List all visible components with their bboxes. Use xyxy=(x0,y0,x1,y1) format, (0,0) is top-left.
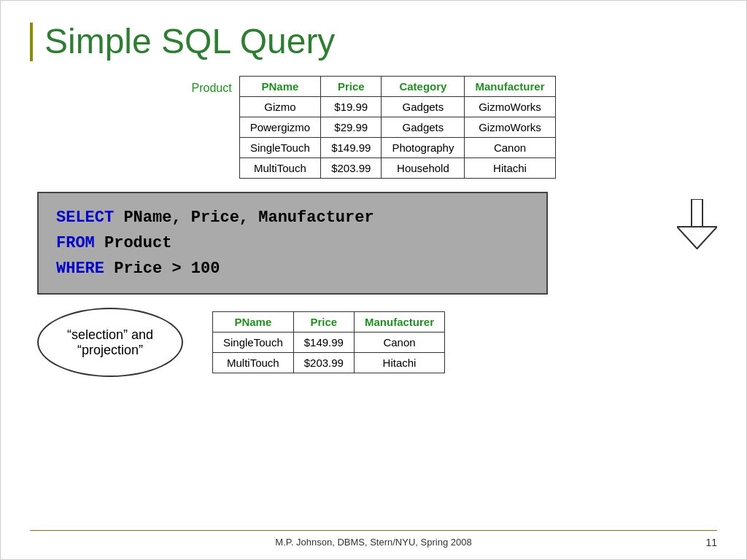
top-section: Product PName Price Category Manufacture… xyxy=(30,76,717,179)
cell-pname: Powergizmo xyxy=(239,117,321,137)
cell-category: Gadgets xyxy=(382,117,465,137)
sql-line-3: WHERE Price > 100 xyxy=(56,256,529,281)
col-manufacturer: Manufacturer xyxy=(465,76,555,96)
cell-manufacturer: GizmoWorks xyxy=(465,117,555,137)
cell-price: $19.99 xyxy=(321,96,382,117)
table-row: MultiTouch $203.99 Hitachi xyxy=(213,353,445,373)
svg-rect-0 xyxy=(692,199,703,228)
table-row: Gizmo $19.99 Gadgets GizmoWorks xyxy=(239,96,555,117)
slide-title: Simple SQL Query xyxy=(44,23,717,61)
oval-text: “selection” and “projection” xyxy=(46,327,174,358)
cell-manufacturer: Canon xyxy=(465,137,555,158)
sql-from-keyword: FROM xyxy=(56,234,95,252)
col-category: Category xyxy=(382,76,465,96)
sql-arrow-area: SELECT PName, Price, Manufacturer FROM P… xyxy=(30,192,717,295)
down-arrow-icon xyxy=(677,199,717,253)
cell-manufacturer: GizmoWorks xyxy=(465,96,555,117)
res-col-price: Price xyxy=(293,312,354,332)
result-table: PName Price Manufacturer SingleTouch $14… xyxy=(212,311,445,373)
table-row: SingleTouch $149.99 Canon xyxy=(213,332,445,353)
table-row: SingleTouch $149.99 Photography Canon xyxy=(239,137,555,158)
page-number: 11 xyxy=(705,537,717,548)
cell-category: Household xyxy=(382,158,465,178)
footer: M.P. Johnson, DBMS, Stern/NYU, Spring 20… xyxy=(30,530,717,548)
res-cell-price: $149.99 xyxy=(293,332,354,353)
footer-text: M.P. Johnson, DBMS, Stern/NYU, Spring 20… xyxy=(30,537,717,548)
sql-where-keyword: WHERE xyxy=(56,260,104,278)
col-price: Price xyxy=(321,76,382,96)
result-header-row: PName Price Manufacturer xyxy=(213,312,445,332)
cell-price: $203.99 xyxy=(321,158,382,178)
res-cell-manufacturer: Hitachi xyxy=(354,353,444,373)
cell-pname: MultiTouch xyxy=(239,158,321,178)
res-cell-manufacturer: Canon xyxy=(354,332,444,353)
sql-where-rest: Price > 100 xyxy=(104,260,220,278)
product-label: Product xyxy=(191,82,231,95)
cell-price: $29.99 xyxy=(321,117,382,137)
table-row: MultiTouch $203.99 Household Hitachi xyxy=(239,158,555,178)
cell-pname: SingleTouch xyxy=(239,137,321,158)
sql-select-rest: PName, Price, Manufacturer xyxy=(114,209,374,227)
svg-marker-1 xyxy=(677,227,717,249)
title-area: Simple SQL Query xyxy=(30,23,717,61)
cell-category: Photography xyxy=(382,137,465,158)
sql-from-rest: Product xyxy=(95,234,172,252)
col-pname: PName xyxy=(239,76,321,96)
res-cell-price: $203.99 xyxy=(293,353,354,373)
cell-manufacturer: Hitachi xyxy=(465,158,555,178)
sql-block: SELECT PName, Price, Manufacturer FROM P… xyxy=(37,192,548,295)
sql-line-1: SELECT PName, Price, Manufacturer xyxy=(56,205,529,230)
table-row: Powergizmo $29.99 Gadgets GizmoWorks xyxy=(239,117,555,137)
table-header-row: PName Price Category Manufacturer xyxy=(239,76,555,96)
bottom-section: “selection” and “projection” PName Price… xyxy=(37,308,717,377)
selection-projection-label: “selection” and “projection” xyxy=(37,308,183,377)
slide: Simple SQL Query Product PName Price Cat… xyxy=(0,0,747,560)
res-col-pname: PName xyxy=(213,312,294,332)
product-table: PName Price Category Manufacturer Gizmo … xyxy=(239,76,556,179)
sql-line-2: FROM Product xyxy=(56,230,529,256)
cell-category: Gadgets xyxy=(382,96,465,117)
res-col-manufacturer: Manufacturer xyxy=(354,312,444,332)
sql-select-keyword: SELECT xyxy=(56,209,114,227)
cell-pname: Gizmo xyxy=(239,96,321,117)
res-cell-pname: SingleTouch xyxy=(213,332,294,353)
res-cell-pname: MultiTouch xyxy=(213,353,294,373)
cell-price: $149.99 xyxy=(321,137,382,158)
